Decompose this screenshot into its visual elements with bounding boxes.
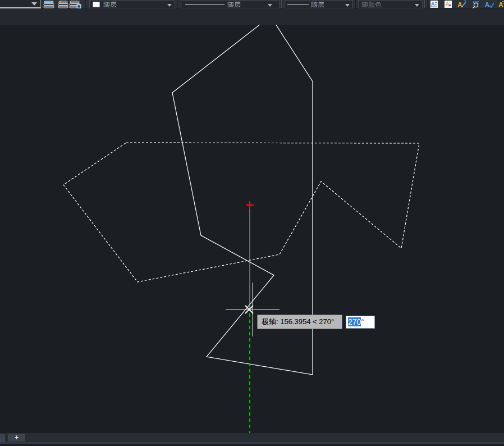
svg-text:A: A — [446, 1, 450, 7]
spell-check-icon[interactable]: A — [485, 0, 494, 8]
svg-text:A: A — [457, 1, 462, 8]
layer-states-icon[interactable] — [69, 0, 83, 8]
toolbar-separator — [355, 0, 355, 8]
svg-text:A: A — [431, 1, 435, 7]
toolbar-separator — [424, 0, 425, 8]
color-control-dropdown[interactable]: 随层 — [89, 0, 175, 8]
linetype-control-dropdown[interactable]: 随层 — [181, 0, 280, 8]
layer-properties-icon[interactable] — [43, 0, 56, 8]
layer-current-icon[interactable] — [58, 0, 68, 8]
layout-tab-partial[interactable] — [0, 434, 5, 442]
color-swatch — [93, 2, 100, 7]
chevron-down-icon — [167, 4, 172, 7]
edit-text-icon[interactable]: A — [457, 0, 467, 8]
single-line-text-icon[interactable]: A — [444, 0, 453, 8]
layer-control-dropdown[interactable] — [0, 0, 41, 8]
find-replace-icon[interactable]: ABC — [471, 0, 481, 8]
toolbar-separator — [85, 0, 85, 8]
drawing-svg — [0, 25, 504, 433]
lineweight-sample-icon — [287, 4, 309, 5]
properties-toolbar: 随层 随层 随层 随颜色 A — [0, 0, 504, 8]
dynamic-input-value: 270 — [348, 317, 361, 326]
scale-text-icon[interactable]: A — [498, 0, 504, 8]
svg-text:A: A — [485, 1, 489, 8]
plot-style-control-value: 随颜色 — [361, 1, 382, 9]
toolbar-separator — [427, 0, 427, 8]
color-control-value: 随层 — [103, 1, 117, 9]
chevron-down-icon — [345, 4, 350, 7]
bottom-edge-strip — [0, 444, 504, 446]
layout-tab-bar: + — [0, 433, 504, 442]
add-layout-tab-button[interactable]: + — [8, 434, 25, 442]
polar-tracking-tooltip: 极轴: 156.3954 < 270° — [257, 315, 342, 329]
dashed-polyline — [63, 143, 419, 282]
toolbar-separator — [177, 0, 177, 8]
linetype-control-value: 随层 — [227, 1, 241, 9]
degree-suffix: ° — [361, 317, 364, 326]
toolbar-separator — [281, 0, 282, 8]
lineweight-control-value: 随层 — [311, 1, 324, 9]
lineweight-control-dropdown[interactable]: 随层 — [285, 0, 353, 8]
toolbar-second-row — [0, 8, 504, 25]
drawing-canvas[interactable]: 极轴: 156.3954 < 270° 270° — [0, 25, 504, 433]
linetype-sample-icon — [185, 4, 224, 5]
chevron-down-icon — [31, 2, 37, 6]
polar-tracking-text: 极轴: 156.3954 < 270° — [262, 317, 334, 326]
text-style-icon[interactable]: A — [430, 0, 439, 8]
plot-style-control-dropdown[interactable]: 随颜色 — [358, 0, 423, 8]
chevron-down-icon — [268, 4, 272, 7]
chevron-down-icon — [415, 4, 419, 7]
dynamic-input-field[interactable]: 270° — [346, 316, 375, 329]
cad-application-window: 随层 随层 随层 随颜色 A — [0, 0, 504, 446]
svg-text:A: A — [498, 1, 503, 8]
